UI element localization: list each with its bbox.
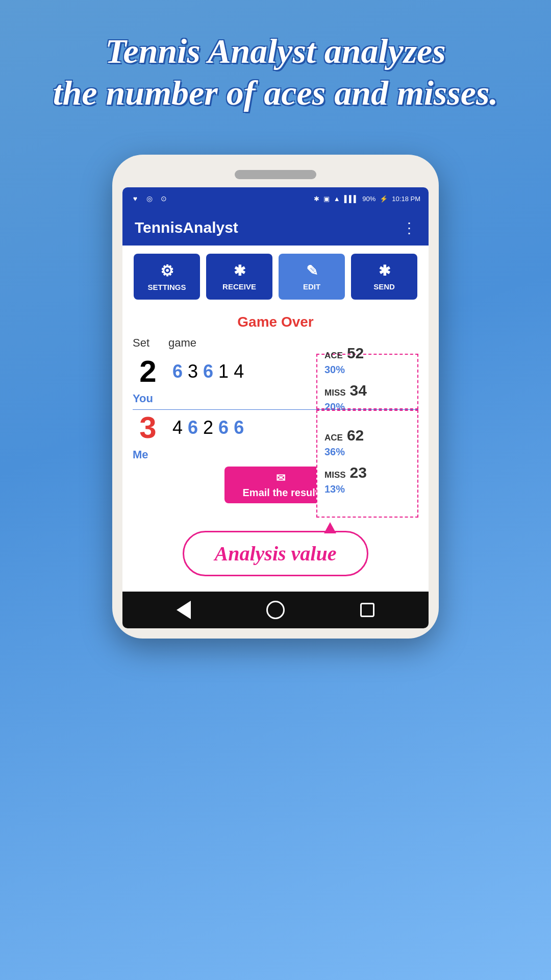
circle-icon: ⊙ <box>159 194 168 203</box>
email-btn-label: Email the result <box>243 487 319 499</box>
me-miss-row: MISS 23 <box>324 464 367 481</box>
you-gs-4: 1 <box>218 361 229 382</box>
edit-label: EDIT <box>303 282 320 291</box>
settings-button[interactable]: ⚙ SETTINGS <box>134 254 200 300</box>
me-ace-label: ACE <box>324 433 343 443</box>
you-ace-label: ACE <box>324 351 343 361</box>
you-ace-row: ACE 52 <box>324 345 364 362</box>
me-set-number: 3 <box>133 410 163 445</box>
home-icon <box>266 601 285 619</box>
overflow-menu-icon[interactable]: ⋮ <box>402 219 416 236</box>
analysis-bubble-text: Analysis value <box>215 542 337 565</box>
wifi-icon: ▲ <box>334 195 340 203</box>
phone-screen: ♥ ◎ ⊙ ✱ ▣ ▲ ▌▌▌ 90% ⚡ 10:18 PM TennisAna… <box>122 187 429 628</box>
me-analysis-box: ACE 62 36% MISS 23 13% <box>316 410 418 518</box>
analysis-bubble: Analysis value <box>183 531 369 576</box>
clock: 10:18 PM <box>392 195 420 203</box>
you-miss-row: MISS 34 <box>324 382 367 399</box>
app-bar: TennisAnalyst ⋮ <box>122 210 429 246</box>
you-gs-2: 3 <box>188 361 198 382</box>
me-gs-5: 6 <box>234 417 244 438</box>
score-header: Set game <box>133 336 418 350</box>
headline-line2: the number of aces and misses. <box>53 72 498 114</box>
battery-level: 90% <box>362 195 375 203</box>
me-ace-pct: 36% <box>324 446 345 458</box>
location-icon: ◎ <box>145 194 154 203</box>
signal-icon: ▌▌▌ <box>344 195 359 203</box>
you-ace-count: 52 <box>347 345 364 362</box>
me-ace-count: 62 <box>347 427 364 444</box>
edit-button[interactable]: ✎ EDIT <box>279 254 345 300</box>
app-title: TennisAnalyst <box>135 219 238 236</box>
set-header-label: Set <box>133 336 163 350</box>
me-ace-row: ACE 62 <box>324 427 364 444</box>
toolbar: ⚙ SETTINGS ✱ RECEIVE ✎ EDIT ✱ SEND <box>122 246 429 308</box>
me-miss-label: MISS <box>324 470 346 480</box>
you-ace-pct: 30% <box>324 364 345 376</box>
vibrate-icon: ▣ <box>323 195 330 203</box>
bluetooth-send-icon: ✱ <box>379 262 390 279</box>
receive-label: RECEIVE <box>222 282 256 291</box>
score-section: Set game 2 6 3 6 1 4 <box>122 336 429 526</box>
me-miss-pct: 13% <box>324 483 345 495</box>
status-left-icons: ♥ ◎ ⊙ <box>131 194 168 203</box>
game-status: Game Over <box>122 308 429 336</box>
analysis-bubble-area: Analysis value <box>122 526 429 592</box>
you-miss-count: 34 <box>350 382 367 399</box>
game-header-label: game <box>168 336 196 350</box>
settings-label: SETTINGS <box>147 283 186 291</box>
phone-frame: ♥ ◎ ⊙ ✱ ▣ ▲ ▌▌▌ 90% ⚡ 10:18 PM TennisAna… <box>112 155 439 639</box>
bluetooth-icon: ✱ <box>314 195 319 203</box>
me-gs-2: 6 <box>188 417 198 438</box>
email-icon: ✉ <box>276 472 285 485</box>
me-row: 3 4 6 2 6 6 Me ✉ Em <box>133 410 418 518</box>
recents-button[interactable] <box>355 597 380 623</box>
you-analysis-box: ACE 52 30% MISS 34 20% <box>316 354 418 409</box>
you-gs-3: 6 <box>203 361 213 382</box>
you-gs-1: 6 <box>172 361 183 382</box>
nav-bar <box>122 592 429 628</box>
battery-icon: ⚡ <box>380 195 388 203</box>
you-set-number: 2 <box>133 354 163 389</box>
status-right-icons: ✱ ▣ ▲ ▌▌▌ 90% ⚡ 10:18 PM <box>314 195 420 203</box>
send-button[interactable]: ✱ SEND <box>351 254 417 300</box>
phone-speaker <box>235 170 316 179</box>
gear-icon: ⚙ <box>160 262 174 280</box>
back-icon <box>177 601 191 619</box>
you-miss-label: MISS <box>324 388 346 398</box>
recents-icon <box>360 603 374 617</box>
headline-line1: Tennis Analyst analyzes <box>53 31 498 72</box>
send-label: SEND <box>373 282 395 291</box>
home-button[interactable] <box>263 597 288 623</box>
me-gs-3: 2 <box>203 417 213 438</box>
you-row: 2 6 3 6 1 4 You ACE <box>133 354 418 410</box>
back-button[interactable] <box>171 597 196 623</box>
headline: Tennis Analyst analyzes the number of ac… <box>22 31 529 114</box>
me-miss-count: 23 <box>350 464 367 481</box>
bluetooth-receive-icon: ✱ <box>234 262 245 279</box>
receive-button[interactable]: ✱ RECEIVE <box>206 254 272 300</box>
heart-icon: ♥ <box>131 194 140 203</box>
status-bar: ♥ ◎ ⊙ ✱ ▣ ▲ ▌▌▌ 90% ⚡ 10:18 PM <box>122 187 429 210</box>
you-gs-5: 4 <box>234 361 244 382</box>
me-gs-4: 6 <box>218 417 229 438</box>
edit-icon: ✎ <box>306 262 318 279</box>
me-gs-1: 4 <box>172 417 183 438</box>
